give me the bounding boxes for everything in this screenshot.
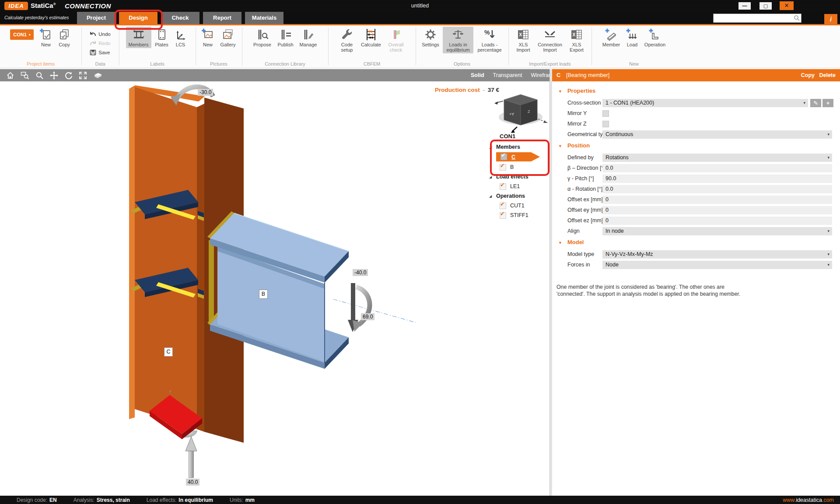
tree-item-le1[interactable]: ✔ LE1 [488, 182, 550, 191]
con1-dropdown-button[interactable]: CON1▾ [10, 29, 34, 40]
plates-labels-button[interactable]: Plates [152, 27, 172, 48]
cross-section-dropdown[interactable]: 1 - CON1 (HEA200) ▾ [602, 99, 808, 107]
website-link[interactable]: www.ideastatica.com [783, 497, 834, 503]
zoom-window-icon[interactable] [21, 71, 29, 80]
row-offset-ex: Offset ex [mm] 0 [552, 196, 836, 204]
button-label: LCS [176, 42, 185, 47]
connection-import-button[interactable]: Connection Import [534, 27, 566, 53]
redo-button[interactable]: Redo [90, 39, 111, 47]
add-cross-section-button[interactable]: + [822, 99, 833, 107]
copy-member-button[interactable]: Copy [801, 72, 815, 78]
section-properties[interactable]: ▼Properties [558, 88, 595, 94]
xls-export-button[interactable]: X XLS Export [567, 27, 586, 53]
group-label: Options [416, 61, 508, 66]
search-input[interactable] [714, 14, 793, 22]
tree-item-member-c[interactable]: ✔ C [488, 152, 550, 161]
group-label: Pictures [196, 61, 242, 66]
align-dropdown[interactable]: In node ▾ [602, 227, 832, 235]
field-label: Cross-section [567, 100, 601, 106]
minimize-button[interactable]: — [738, 2, 751, 10]
new-load-button[interactable]: Load [623, 27, 641, 48]
checkbox-member-b[interactable]: ✔ [500, 164, 506, 171]
tab-project[interactable]: Project [77, 12, 116, 24]
loads-in-equilibrium-button[interactable]: Loads in equilibrium [443, 27, 473, 53]
zoom-icon[interactable] [35, 71, 44, 80]
tree-item-member-b[interactable]: ✔ B [488, 163, 550, 172]
tab-check[interactable]: Check [161, 12, 200, 24]
settings-button[interactable]: Settings [419, 27, 442, 48]
forces-in-dropdown[interactable]: Node ▾ [602, 261, 832, 269]
edit-cross-section-button[interactable]: ✎ [810, 99, 821, 107]
model-type-dropdown[interactable]: N-Vy-Vz-Mx-My-Mz ▾ [602, 250, 832, 259]
beta-direction-input[interactable]: 0.0 [602, 164, 832, 172]
lcs-labels-button[interactable]: LCS [172, 27, 189, 48]
gamma-pitch-input[interactable]: 90.0 [602, 175, 832, 183]
checkbox-member-c[interactable]: ✔ [500, 154, 507, 160]
new-project-item-button[interactable]: New [37, 27, 55, 48]
zoom-fit-icon[interactable] [79, 71, 87, 80]
button-label: Redo [98, 41, 111, 46]
tab-design[interactable]: Design [119, 12, 158, 24]
alpha-rotation-input[interactable]: 0.0 [602, 185, 832, 193]
offset-ey-input[interactable]: 0 [602, 206, 832, 214]
manage-button[interactable]: Manage [297, 27, 320, 48]
member-tag-b[interactable]: B [259, 290, 268, 299]
offset-ex-input[interactable]: 0 [602, 196, 832, 204]
code-setup-button[interactable]: Code setup [336, 27, 357, 53]
pan-icon[interactable] [50, 71, 58, 80]
status-analysis: Analysis:Stress, strain [74, 497, 130, 503]
tab-materials[interactable]: Materials [245, 12, 284, 24]
production-cost-label: Production cost [435, 87, 480, 93]
xls-import-button[interactable]: X XLS Import [514, 27, 533, 53]
new-operation-button[interactable]: Operation [642, 27, 668, 48]
delete-member-button[interactable]: Delete [819, 72, 836, 78]
checkbox-le1[interactable]: ✔ [500, 183, 506, 190]
undo-button[interactable]: Undo [90, 30, 111, 38]
mirror-z-checkbox[interactable] [602, 121, 609, 127]
home-view-icon[interactable] [6, 71, 14, 80]
tree-group-operations[interactable]: ◢ Operations [488, 192, 550, 200]
member-tag-c[interactable]: C [164, 347, 173, 357]
expander-icon[interactable]: ◢ [488, 145, 496, 149]
tree-item-cut1[interactable]: ✔ CUT1 [488, 201, 550, 210]
section-model[interactable]: ▼Model [558, 239, 584, 245]
calculate-button[interactable]: Calculate [358, 27, 384, 48]
ribbon-group-pictures: New Gallery Pictures [196, 25, 242, 67]
tab-report[interactable]: Report [203, 12, 242, 24]
mirror-y-checkbox[interactable] [602, 110, 609, 117]
search-icon[interactable] [794, 15, 800, 23]
new-member-button[interactable]: Member [600, 27, 623, 48]
rotate-icon[interactable] [64, 71, 73, 80]
loads-percentage-button[interactable]: % Loads - percentage [474, 27, 505, 53]
view-mode-transparent[interactable]: Transparent [493, 72, 522, 78]
expander-icon[interactable]: ◢ [488, 175, 496, 179]
expander-icon[interactable]: ◢ [488, 194, 496, 198]
publish-button[interactable]: Publish [275, 27, 296, 48]
maximize-button[interactable]: ▢ [760, 2, 772, 10]
view-mode-solid[interactable]: Solid [471, 72, 484, 78]
field-label: Model type [567, 251, 594, 257]
checkbox-stiff1[interactable]: ✔ [500, 212, 506, 219]
propose-button[interactable]: Propose [251, 27, 274, 48]
members-labels-button[interactable]: Members [126, 27, 151, 48]
gallery-button[interactable]: Gallery [217, 27, 238, 48]
overall-check-button[interactable]: Overall check [385, 27, 407, 53]
checkbox-cut1[interactable]: ✔ [500, 203, 506, 209]
save-button[interactable]: Save [90, 48, 111, 56]
solid-view-icon[interactable] [93, 71, 103, 80]
save-icon [90, 49, 96, 56]
tree-item-stiff1[interactable]: ✔ STIFF1 [488, 211, 550, 220]
close-button[interactable]: ✕ [780, 1, 794, 10]
tree-root-con1[interactable]: CON1 [500, 133, 515, 140]
section-position[interactable]: ▼Position [558, 142, 590, 149]
navigation-cube[interactable]: +Y Z [493, 88, 550, 134]
tree-group-load-effects[interactable]: ◢ Load effects [488, 172, 550, 181]
geometrical-type-dropdown[interactable]: Continuous ▾ [602, 130, 832, 139]
3d-viewport[interactable]: -30.0 -40.0 69.0 40.0 C B Production cos… [0, 81, 550, 496]
defined-by-dropdown[interactable]: Rotations ▾ [602, 154, 832, 162]
copy-project-item-button[interactable]: Copy [56, 27, 73, 48]
info-button[interactable]: i [824, 14, 837, 25]
new-picture-button[interactable]: New [199, 27, 217, 48]
offset-ez-input[interactable]: 0 [602, 217, 832, 225]
tree-group-members[interactable]: ◢ Members [488, 143, 550, 151]
